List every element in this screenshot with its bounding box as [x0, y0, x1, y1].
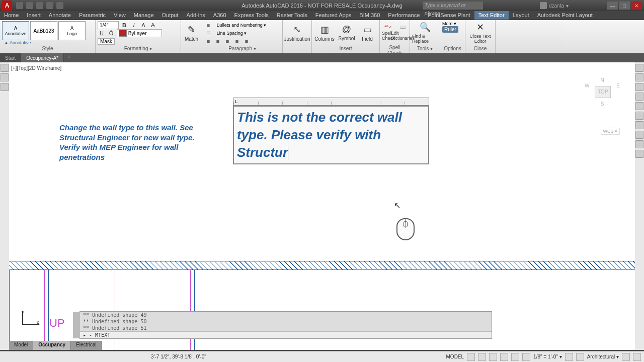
- tab-occupancy-a[interactable]: Occupancy-A*: [21, 53, 64, 62]
- ribbon-tab-express-tools[interactable]: Express Tools: [230, 11, 273, 20]
- line-spacing-dropdown[interactable]: Line Spacing ▾: [217, 31, 247, 36]
- nav-icon[interactable]: [635, 140, 643, 148]
- sb-icon[interactable]: [622, 353, 630, 361]
- ribbon-tab-parametric[interactable]: Parametric: [75, 11, 110, 20]
- mask-button[interactable]: Mask: [98, 38, 115, 45]
- window-close-button[interactable]: ✕: [631, 2, 642, 10]
- layout-tab-electrical[interactable]: Electrical: [71, 341, 102, 350]
- edit-dict-button[interactable]: 📖Edit Dictionaries: [396, 21, 410, 44]
- bullets-dropdown[interactable]: Bullets and Numbering ▾: [217, 23, 267, 28]
- ribbon-tab-home[interactable]: Home: [0, 11, 23, 20]
- mtext-ruler[interactable]: [233, 98, 429, 106]
- sb-icon[interactable]: [565, 353, 573, 361]
- text-style-sample[interactable]: ALogo: [58, 21, 86, 40]
- sb-icon[interactable]: [633, 353, 641, 361]
- qat-new-icon[interactable]: [16, 2, 23, 9]
- ribbon-tab-bim-360[interactable]: BIM 360: [355, 11, 384, 20]
- tool-icon[interactable]: [1, 64, 9, 72]
- mtext-editor[interactable]: This is not the correct wall type. Pleas…: [233, 98, 429, 164]
- command-input[interactable]: ▸ - MTEXT: [80, 331, 492, 338]
- ribbon-tab-view[interactable]: View: [110, 11, 130, 20]
- qat-open-icon[interactable]: [26, 2, 33, 9]
- ribbon-tab-featured-apps[interactable]: Featured Apps: [311, 11, 356, 20]
- text-style-sample[interactable]: AaBb123: [30, 21, 57, 40]
- sb-icon[interactable]: [511, 353, 519, 361]
- align-right-icon[interactable]: ≡: [223, 37, 231, 45]
- more-dropdown[interactable]: More ▾: [442, 21, 463, 26]
- layer-color-dropdown[interactable]: ByLayer: [117, 29, 162, 37]
- qat-undo-icon[interactable]: [46, 2, 53, 9]
- qat-save-icon[interactable]: [36, 2, 43, 9]
- ribbon-tab-annotate[interactable]: Annotate: [45, 11, 75, 20]
- tool-icon[interactable]: [1, 73, 9, 81]
- nav-icon[interactable]: [635, 83, 643, 91]
- viewcube[interactable]: N WTOPE S: [585, 77, 620, 123]
- nav-icon[interactable]: [635, 93, 643, 101]
- user-account[interactable]: dzanta ▾: [540, 2, 569, 9]
- ribbon-tab-raster-tools[interactable]: Raster Tools: [273, 11, 311, 20]
- sb-icon[interactable]: [489, 353, 497, 361]
- nav-icon[interactable]: [635, 64, 643, 72]
- nav-icon[interactable]: [635, 131, 643, 139]
- align-left-icon[interactable]: ≡: [204, 37, 212, 45]
- mtext-input[interactable]: This is not the correct wall type. Pleas…: [233, 106, 429, 164]
- minimize-button[interactable]: —: [607, 2, 618, 10]
- ribbon-tab-autodesk-point-layout[interactable]: Autodesk Point Layout: [533, 11, 597, 20]
- ribbon-tab-output[interactable]: Output: [158, 11, 183, 20]
- overline-button[interactable]: Ō: [107, 29, 115, 37]
- underline-button[interactable]: U: [98, 29, 106, 37]
- nav-icon[interactable]: [635, 121, 643, 129]
- field-button[interactable]: ▭Field: [358, 21, 376, 44]
- wcs-dropdown[interactable]: WCS ▾: [601, 128, 620, 135]
- ribbon-tab-text-editor[interactable]: Text Editor: [474, 11, 509, 20]
- text-style-sample[interactable]: AAnnotative: [2, 21, 29, 40]
- units-dropdown[interactable]: Architectural ▾: [587, 354, 619, 359]
- command-line-panel[interactable]: ** Undefined shape 49** Undefined shape …: [79, 311, 492, 339]
- help-search-input[interactable]: Type a keyword or phrase: [423, 2, 483, 10]
- ribbon-tab-manage[interactable]: Manage: [130, 11, 158, 20]
- sb-icon[interactable]: [576, 353, 584, 361]
- sb-icon[interactable]: [478, 353, 486, 361]
- ribbon-tab-layout[interactable]: Layout: [509, 11, 533, 20]
- sb-icon[interactable]: [467, 353, 475, 361]
- justification-button[interactable]: ⤡Justification: [285, 21, 309, 44]
- ribbon-tab-insert[interactable]: Insert: [23, 11, 45, 20]
- maximize-button[interactable]: □: [619, 2, 630, 10]
- tab-start[interactable]: Start: [0, 53, 21, 62]
- ribbon-tab-add-ins[interactable]: Add-ins: [183, 11, 209, 20]
- symbol-button[interactable]: @Symbol: [336, 21, 357, 44]
- new-tab-button[interactable]: +: [64, 53, 74, 62]
- ruler-toggle[interactable]: Ruler: [442, 26, 458, 33]
- find-replace-button[interactable]: 🔍Find & Replace: [412, 21, 438, 44]
- text-height-dropdown[interactable]: 1/4": [98, 21, 119, 29]
- sb-icon[interactable]: [522, 353, 530, 361]
- nav-icon[interactable]: [635, 150, 643, 158]
- layout-tab-occupancy[interactable]: Occupancy: [33, 341, 71, 350]
- qat-redo-icon[interactable]: [56, 2, 63, 9]
- columns-button[interactable]: ▥Columns: [314, 21, 335, 44]
- align-dist-icon[interactable]: ≡: [243, 37, 251, 45]
- ribbon-tab-a360[interactable]: A360: [209, 11, 230, 20]
- space-toggle[interactable]: MODEL: [446, 354, 464, 359]
- nav-icon[interactable]: [635, 112, 643, 120]
- sb-icon[interactable]: [500, 353, 508, 361]
- nav-icon[interactable]: [635, 73, 643, 81]
- app-logo-icon[interactable]: A: [2, 1, 12, 11]
- italic-button[interactable]: I: [130, 21, 138, 29]
- window-title: Autodesk AutoCAD 2016 - NOT FOR RESALE O…: [242, 3, 403, 9]
- nav-icon[interactable]: [635, 102, 643, 110]
- align-center-icon[interactable]: ≡: [214, 37, 222, 45]
- ribbon-tab-performance[interactable]: Performance: [384, 11, 424, 20]
- layout-tab-model[interactable]: Model: [9, 341, 33, 350]
- tool-icon[interactable]: [1, 83, 9, 91]
- font-button[interactable]: A: [139, 21, 147, 29]
- anno-scale-dropdown[interactable]: 1/8" = 1'-0" ▾: [533, 354, 562, 359]
- viewport-label[interactable]: [+][Top][2D Wireframe]: [11, 65, 61, 71]
- strike-button[interactable]: A̶: [149, 21, 157, 29]
- bold-button[interactable]: B: [120, 21, 128, 29]
- drawing-canvas[interactable]: [+][Top][2D Wireframe] N WTOPE S WCS ▾ C…: [9, 62, 635, 350]
- username: dzanta: [549, 3, 564, 9]
- align-justify-icon[interactable]: ≡: [233, 37, 241, 45]
- close-text-editor-button[interactable]: ✕Close Text Editor: [467, 21, 493, 44]
- match-button[interactable]: ✎Match: [183, 21, 200, 44]
